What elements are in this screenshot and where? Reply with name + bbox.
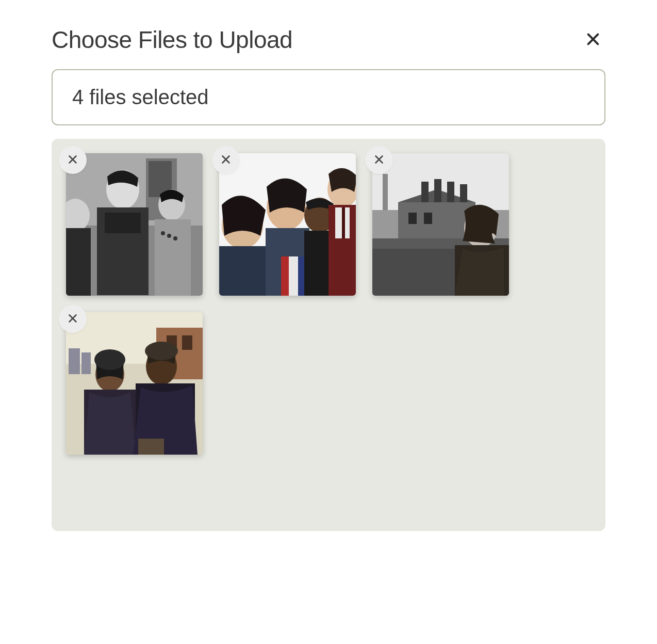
svg-rect-59: [81, 352, 91, 374]
file-input[interactable]: 4 files selected: [52, 69, 605, 125]
thumbnail-item: [66, 153, 203, 296]
svg-rect-14: [155, 219, 191, 296]
remove-thumbnail-button[interactable]: [212, 146, 240, 174]
thumbnail-item: [66, 312, 203, 455]
svg-point-15: [161, 231, 165, 235]
svg-rect-12: [105, 213, 141, 233]
svg-rect-38: [383, 174, 388, 210]
thumbnail-image[interactable]: [372, 153, 509, 296]
thumbnails-area: [52, 139, 605, 531]
close-icon: [67, 313, 78, 326]
dialog-header: Choose Files to Upload: [52, 26, 605, 54]
svg-rect-42: [434, 179, 441, 202]
upload-dialog: Choose Files to Upload 4 files selected: [52, 26, 605, 531]
svg-rect-46: [424, 213, 432, 224]
dialog-title: Choose Files to Upload: [52, 26, 292, 54]
thumbnail-image[interactable]: [66, 153, 203, 296]
svg-rect-66: [138, 439, 164, 455]
svg-rect-41: [421, 182, 429, 202]
svg-rect-44: [460, 184, 467, 202]
svg-point-17: [173, 236, 177, 240]
svg-rect-33: [342, 207, 345, 238]
thumbnail-item: [219, 153, 356, 296]
thumbnail-image[interactable]: [219, 153, 356, 296]
remove-thumbnail-button[interactable]: [365, 146, 393, 174]
svg-rect-9: [66, 228, 91, 296]
svg-rect-22: [219, 246, 268, 296]
svg-rect-45: [408, 213, 417, 224]
svg-rect-57: [182, 335, 192, 350]
remove-thumbnail-button[interactable]: [59, 146, 87, 174]
close-icon: [373, 154, 385, 167]
close-icon: [585, 31, 601, 49]
svg-point-16: [167, 234, 171, 238]
thumbnail-item: [372, 153, 509, 296]
svg-rect-26: [289, 256, 298, 296]
close-icon: [220, 154, 232, 167]
close-button[interactable]: [581, 27, 605, 53]
file-selection-text: 4 files selected: [72, 86, 209, 108]
svg-point-64: [145, 342, 178, 360]
svg-rect-43: [447, 182, 454, 202]
close-icon: [67, 154, 78, 167]
svg-rect-58: [69, 348, 80, 374]
thumbnails-grid: [66, 153, 591, 455]
svg-point-61: [94, 349, 125, 370]
thumbnail-image[interactable]: [66, 312, 203, 455]
remove-thumbnail-button[interactable]: [59, 305, 87, 333]
